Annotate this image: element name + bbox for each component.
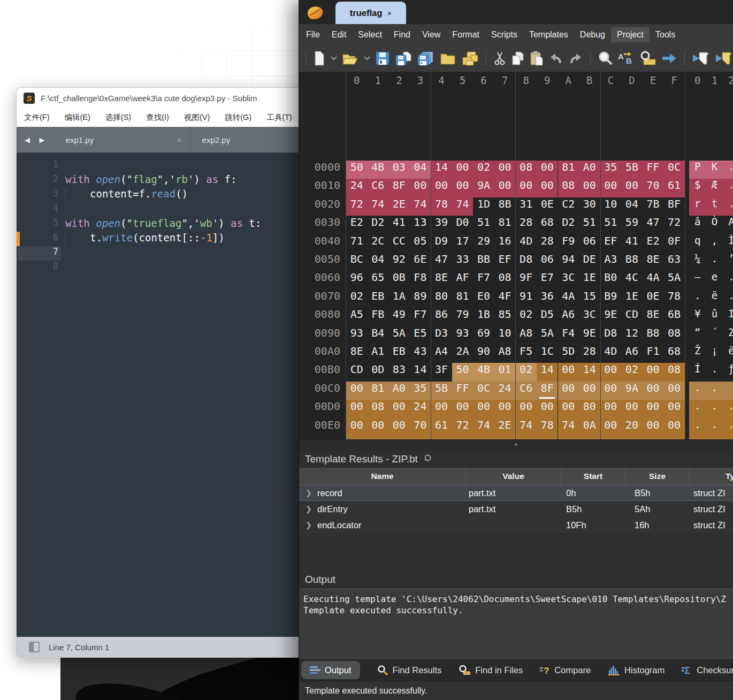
hex-byte[interactable]: EB — [388, 345, 410, 363]
code-line-2[interactable]: 2with open("flag",'rb') as f: — [17, 173, 306, 188]
hex-byte[interactable]: 00 — [515, 179, 537, 197]
hex-byte[interactable]: EF — [600, 234, 622, 253]
hex-byte[interactable]: 35 — [600, 161, 622, 179]
bottom-tab-output[interactable]: Output — [301, 661, 360, 679]
hex-byte[interactable]: 3C — [558, 271, 579, 289]
hex-byte[interactable]: 72 — [452, 419, 474, 437]
sublime-titlebar[interactable]: S F:\ctf_challenge\0xGame\week3\a cute d… — [17, 88, 306, 108]
hex-byte[interactable]: A4 — [431, 345, 452, 363]
column-header-start[interactable]: Start — [561, 468, 625, 485]
hex-byte[interactable]: 4D — [515, 234, 537, 253]
ascii-char[interactable]: P — [689, 161, 706, 179]
open-multiple-files-button[interactable] — [461, 51, 479, 66]
hex-byte[interactable]: 08 — [515, 161, 537, 179]
hex-byte[interactable]: 0E — [537, 197, 558, 216]
hex-byte[interactable]: 74 — [452, 197, 474, 216]
hex-byte[interactable]: 28 — [515, 216, 537, 234]
hex-byte[interactable]: 43 — [410, 345, 431, 363]
hex-byte[interactable]: 00 — [494, 179, 516, 197]
hex-byte[interactable]: 72 — [663, 216, 685, 234]
hex-byte[interactable]: 00 — [579, 179, 600, 197]
hex-byte[interactable]: 80 — [431, 290, 452, 308]
hex-byte[interactable]: 00 — [452, 161, 474, 179]
hex-byte[interactable]: 96 — [346, 271, 368, 289]
hex-byte[interactable]: D2 — [558, 216, 579, 234]
hex-byte[interactable]: 00 — [643, 400, 664, 418]
hex-byte[interactable]: 02 — [621, 363, 643, 381]
hex-byte[interactable]: 08 — [368, 400, 389, 418]
ascii-char[interactable]: . — [706, 382, 723, 400]
hex-byte[interactable]: 47 — [643, 216, 664, 234]
hex-byte[interactable]: 70 — [643, 179, 664, 197]
ascii-char[interactable]: . — [723, 197, 733, 216]
hex-byte[interactable]: 00 — [494, 161, 516, 179]
code-line-1[interactable]: 1 — [17, 159, 306, 173]
hex-byte[interactable]: D3 — [431, 326, 452, 345]
open-file-dropdown-icon[interactable] — [364, 56, 370, 60]
find-in-files-button[interactable] — [639, 51, 656, 66]
hex-byte[interactable]: 00 — [663, 382, 685, 400]
hex-byte[interactable]: 00 — [621, 179, 643, 197]
hex-byte[interactable]: 00 — [346, 400, 368, 418]
hex-byte[interactable]: 4B — [368, 161, 389, 179]
hex-byte[interactable]: C2 — [558, 197, 579, 216]
sublime-menu-item-1[interactable]: 编辑(E) — [65, 112, 90, 123]
hex-editor-area[interactable]: 0123456789ABCDEF0120000504B0304140002000… — [299, 72, 733, 439]
hex-byte[interactable]: 86 — [431, 308, 452, 326]
ascii-char[interactable]: Ò — [706, 216, 723, 234]
hex-byte[interactable]: 00 — [515, 400, 537, 418]
hex-byte[interactable]: 02 — [515, 308, 537, 326]
hex-byte[interactable]: 7B — [643, 197, 664, 216]
hex-byte[interactable]: 06 — [579, 234, 600, 253]
hex-byte[interactable]: CD — [621, 308, 643, 326]
goto-button[interactable] — [661, 52, 677, 65]
hex-byte[interactable]: 14 — [410, 363, 431, 381]
ascii-char[interactable]: K — [706, 161, 723, 179]
hex-byte[interactable]: 00 — [558, 382, 579, 400]
hex-byte[interactable]: 59 — [621, 216, 643, 234]
hex-byte[interactable]: 00 — [558, 400, 579, 418]
hex-byte[interactable]: 00 — [579, 382, 600, 400]
ascii-char[interactable]: û — [706, 308, 723, 326]
hex-byte[interactable]: 00 — [621, 400, 643, 418]
replace-button[interactable]: AB — [617, 51, 635, 66]
hex-byte[interactable]: E2 — [643, 234, 664, 253]
hex-byte[interactable]: 89 — [410, 290, 431, 308]
menu-find[interactable]: Find — [388, 27, 416, 42]
hex-byte[interactable]: E5 — [410, 326, 431, 345]
hex-byte[interactable]: 90 — [473, 345, 494, 363]
ascii-char[interactable] — [723, 382, 733, 400]
hex-byte[interactable]: 6E — [410, 253, 431, 271]
menu-format[interactable]: Format — [446, 27, 485, 42]
hex-byte[interactable]: 9A — [473, 179, 494, 197]
hex-byte[interactable]: 70 — [410, 419, 431, 437]
hex-byte[interactable]: FF — [643, 161, 664, 179]
hex-byte[interactable]: 8E — [643, 253, 664, 271]
hex-byte[interactable]: 00 — [346, 419, 368, 437]
column-header-type[interactable]: Type — [690, 468, 733, 485]
ascii-char[interactable]: r — [689, 197, 706, 216]
ascii-char[interactable]: Ž — [689, 345, 706, 363]
ascii-char[interactable]: ´ — [706, 326, 723, 345]
tab-close-icon[interactable]: × — [387, 9, 392, 18]
tab-scroll-arrows[interactable]: ◀ ▶ — [25, 136, 49, 144]
hex-byte[interactable]: 78 — [431, 197, 452, 216]
hex-byte[interactable]: 1A — [388, 290, 410, 308]
hex-byte[interactable]: BC — [346, 253, 368, 271]
hex-byte[interactable]: 00 — [537, 400, 558, 418]
code-line-8[interactable]: 8 — [17, 261, 306, 275]
hex-byte[interactable]: 8F — [388, 179, 410, 197]
hex-byte[interactable]: F7 — [410, 308, 431, 326]
hex-byte[interactable]: 10 — [600, 197, 622, 216]
hex-byte[interactable]: D9 — [431, 234, 452, 253]
expand-chevron-icon[interactable]: ❯ — [306, 517, 312, 533]
ascii-char[interactable]: . — [706, 400, 723, 418]
hex-byte[interactable]: 39 — [431, 216, 452, 234]
ascii-char[interactable]: $ — [689, 179, 706, 197]
hex-byte[interactable]: 00 — [494, 400, 516, 418]
hex-byte[interactable]: 4B — [473, 363, 494, 381]
open-file-button[interactable] — [342, 51, 359, 65]
hex-byte[interactable]: 0D — [368, 363, 389, 381]
hex-byte[interactable]: 93 — [346, 326, 368, 345]
hex-byte[interactable]: AF — [452, 271, 474, 289]
